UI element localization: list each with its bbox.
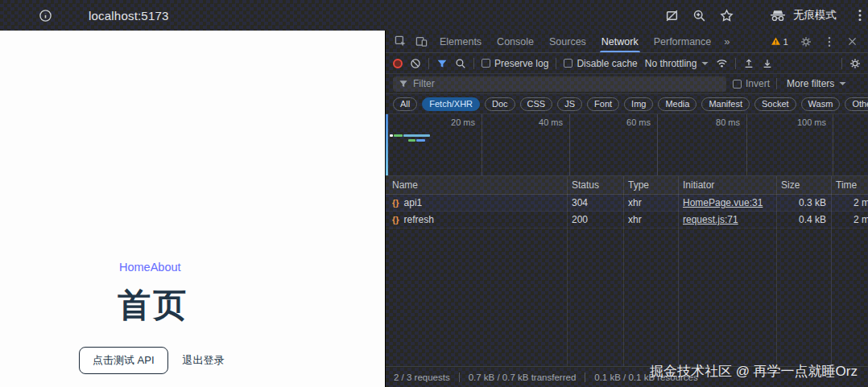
nav-about-link[interactable]: About [151,261,181,274]
zoom-search-icon[interactable] [692,9,706,23]
filter-input[interactable] [413,78,721,89]
send-icon[interactable] [665,9,679,23]
bookmark-star-icon[interactable] [720,9,734,23]
chip-all[interactable]: All [393,97,417,111]
preserve-log-checkbox[interactable]: Preserve log [482,58,548,69]
chip-wasm[interactable]: Wasm [801,97,841,111]
more-tabs-icon[interactable]: » [719,35,734,47]
table-row[interactable]: {} refresh 200 xhr request.js:71 0.4 kB … [386,212,868,228]
divider [776,78,777,89]
chip-manifest[interactable]: Manifest [701,97,750,111]
request-type-chips: All Fetch/XHR Doc CSS JS Font Img Media … [386,94,868,114]
tab-performance[interactable]: Performance [647,31,719,52]
devtools-menu-icon[interactable] [824,36,835,47]
disable-cache-checkbox[interactable]: Disable cache [564,58,637,69]
column-divider[interactable] [678,176,679,366]
request-name: refresh [404,214,434,225]
throttling-select[interactable]: No throttling [645,58,709,69]
column-divider[interactable] [623,176,624,366]
timeline-gridline [657,114,658,175]
devtools-tabbar: Elements Console Sources Network Perform… [386,31,868,53]
network-settings-icon[interactable] [849,58,861,69]
column-divider[interactable] [776,176,777,366]
devtools-tabbar-right: 1 [771,36,863,47]
transferred-summary: 0.7 kB / 0.7 kB transferred [469,373,577,382]
request-time: 2 ms [831,197,868,208]
chip-font[interactable]: Font [587,97,619,111]
checkbox-icon[interactable] [482,59,490,68]
column-header-type[interactable]: Type [623,179,678,191]
network-search-icon[interactable] [455,58,466,69]
chip-media[interactable]: Media [658,97,696,111]
address-url[interactable]: localhost:5173 [89,9,169,23]
timeline-gridline [833,114,833,175]
incognito-label: 无痕模式 [793,8,837,23]
device-toolbar-icon[interactable] [411,35,432,47]
request-type: xhr [623,197,678,208]
record-network-log-icon[interactable] [393,59,403,68]
test-api-button[interactable]: 点击测试 API [79,347,168,374]
chip-img[interactable]: Img [624,97,653,111]
waterfall-bar [403,134,430,137]
request-size: 0.4 kB [776,214,831,225]
filter-input-box[interactable] [393,76,726,92]
tab-network[interactable]: Network [594,31,646,52]
column-divider[interactable] [831,176,832,366]
checkbox-icon[interactable] [733,80,742,89]
nav-home-link[interactable]: Home [119,261,151,274]
chip-doc[interactable]: Doc [485,97,515,111]
network-conditions-icon[interactable] [716,58,728,68]
tab-sources[interactable]: Sources [542,31,593,52]
request-name-cell[interactable]: {} refresh [386,214,567,225]
checkbox-icon[interactable] [564,59,572,68]
tab-elements[interactable]: Elements [432,31,489,52]
json-file-icon: {} [392,215,399,224]
inspect-element-icon[interactable] [391,35,411,47]
address-bar[interactable]: localhost:5173 [0,9,169,23]
initiator-link[interactable]: request.js:71 [683,214,738,225]
filter-toggle-icon[interactable] [436,58,448,69]
initiator-link[interactable]: HomePage.vue:31 [683,197,763,208]
chip-socket[interactable]: Socket [754,97,796,111]
table-row[interactable]: {} api1 304 xhr HomePage.vue:31 0.3 kB 2… [386,195,868,212]
screen: localhost:5173 [0,0,868,387]
chip-other[interactable]: Other [845,97,868,111]
chip-js[interactable]: JS [557,97,582,111]
column-header-size[interactable]: Size [776,179,831,191]
chevron-down-icon [839,81,846,86]
request-status: 304 [567,197,623,208]
incognito-icon [770,10,786,22]
preserve-log-label: Preserve log [494,58,548,69]
site-info-icon[interactable] [39,9,52,23]
chip-css[interactable]: CSS [520,97,553,111]
issues-warning-badge[interactable]: 1 [771,36,788,47]
column-header-name[interactable]: Name [386,179,567,191]
tab-console[interactable]: Console [490,31,541,52]
export-har-icon[interactable] [762,58,773,69]
logout-button[interactable]: 退出登录 [178,348,229,373]
timeline-tick: 20 ms [419,117,475,127]
devtools-close-icon[interactable] [843,36,862,47]
overview-selection-edge [386,114,388,175]
content-split: HomeAbout 首页 点击测试 API 退出登录 [0,31,868,387]
column-divider[interactable] [567,176,568,366]
chip-fetch-xhr[interactable]: Fetch/XHR [422,97,480,111]
clear-network-log-icon[interactable] [410,58,421,69]
invert-filter-checkbox[interactable]: Invert [733,78,770,89]
app-page: HomeAbout 首页 点击测试 API 退出登录 [0,31,385,387]
network-filterbar: Invert More filters [386,74,868,94]
request-name-cell[interactable]: {} api1 [386,197,567,208]
requests-summary[interactable]: 2 / 3 requests [394,373,450,382]
column-header-status[interactable]: Status [567,179,623,191]
waterfall-bar [390,134,393,137]
timeline-tick: 80 ms [684,117,740,127]
page-title: 首页 [118,283,188,327]
browser-menu-icon[interactable] [858,9,862,22]
disable-cache-label: Disable cache [577,58,637,69]
column-header-initiator[interactable]: Initiator [678,179,776,191]
column-header-time[interactable]: Time [831,179,868,191]
import-har-icon[interactable] [743,58,754,69]
more-filters-button[interactable]: More filters [787,78,846,89]
network-overview-timeline[interactable]: 20 ms 40 ms 60 ms 80 ms 100 ms [386,114,868,176]
devtools-settings-icon[interactable] [796,36,816,47]
